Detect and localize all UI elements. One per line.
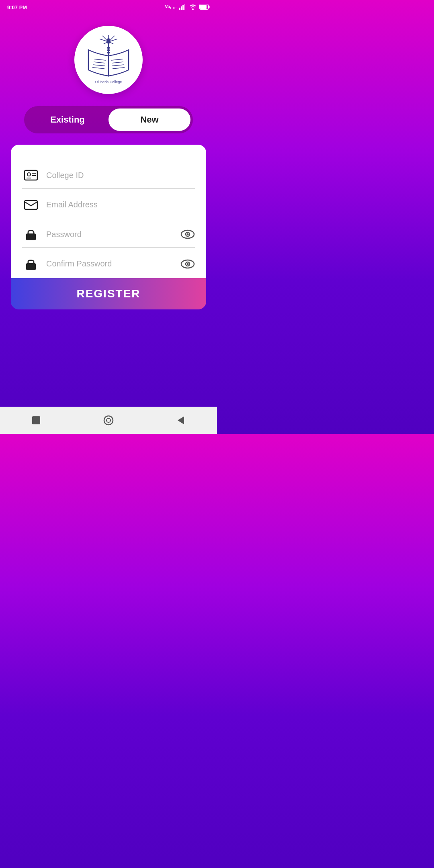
nav-back-button[interactable] bbox=[172, 411, 190, 429]
svg-rect-25 bbox=[107, 47, 110, 49]
svg-point-24 bbox=[106, 38, 111, 44]
new-tab[interactable]: New bbox=[108, 108, 190, 131]
password-toggle-icon[interactable] bbox=[180, 227, 195, 242]
svg-line-15 bbox=[113, 68, 125, 69]
register-button[interactable]: REGISTER bbox=[11, 278, 206, 309]
svg-rect-1 bbox=[181, 6, 182, 10]
svg-marker-46 bbox=[178, 416, 184, 424]
battery-icon bbox=[199, 4, 210, 10]
status-time: 9:07 PM bbox=[7, 4, 27, 10]
svg-line-14 bbox=[112, 65, 124, 66]
svg-line-9 bbox=[94, 62, 105, 63]
password-field-row bbox=[22, 218, 195, 247]
svg-rect-39 bbox=[26, 263, 36, 270]
signal-icon bbox=[179, 4, 186, 11]
wifi-icon bbox=[189, 4, 197, 11]
svg-rect-35 bbox=[26, 233, 36, 240]
form-card: REGISTER bbox=[11, 145, 206, 309]
svg-line-13 bbox=[112, 62, 123, 63]
nav-home-button[interactable] bbox=[100, 411, 117, 429]
svg-line-11 bbox=[92, 68, 104, 69]
svg-rect-2 bbox=[182, 5, 184, 10]
svg-rect-0 bbox=[179, 8, 180, 10]
nav-square-button[interactable] bbox=[27, 411, 45, 429]
svg-line-12 bbox=[111, 59, 123, 60]
svg-point-38 bbox=[187, 233, 189, 235]
college-logo: Uluberia College bbox=[80, 32, 137, 88]
email-input[interactable] bbox=[46, 200, 195, 209]
confirm-password-toggle-icon[interactable] bbox=[180, 257, 195, 271]
college-id-icon bbox=[22, 166, 40, 184]
svg-rect-27 bbox=[107, 52, 110, 53]
bottom-nav-bar bbox=[0, 407, 217, 434]
svg-rect-6 bbox=[209, 6, 210, 8]
tab-toggle: Existing New bbox=[24, 106, 193, 133]
svg-rect-26 bbox=[107, 49, 110, 51]
email-field-row bbox=[22, 189, 195, 218]
svg-point-44 bbox=[104, 416, 113, 425]
confirm-password-field-row bbox=[22, 248, 195, 277]
logo-circle: Uluberia College bbox=[74, 26, 143, 94]
college-id-input[interactable] bbox=[46, 171, 195, 180]
confirm-password-lock-icon bbox=[22, 255, 40, 273]
college-id-field-row bbox=[22, 159, 195, 188]
svg-rect-3 bbox=[184, 4, 185, 10]
confirm-password-input[interactable] bbox=[46, 259, 180, 268]
status-icons: VoLTE bbox=[165, 4, 210, 11]
svg-rect-5 bbox=[200, 5, 207, 9]
password-input[interactable] bbox=[46, 230, 180, 239]
svg-point-30 bbox=[27, 173, 31, 176]
svg-text:Uluberia    College: Uluberia College bbox=[95, 80, 122, 84]
svg-line-10 bbox=[93, 65, 105, 66]
svg-point-42 bbox=[187, 263, 189, 265]
email-icon bbox=[22, 196, 40, 214]
existing-tab[interactable]: Existing bbox=[27, 108, 108, 131]
svg-line-8 bbox=[94, 59, 106, 60]
password-lock-icon bbox=[22, 225, 40, 243]
volte-icon: VoLTE bbox=[165, 4, 177, 10]
svg-point-45 bbox=[106, 418, 111, 422]
svg-rect-34 bbox=[25, 201, 37, 209]
svg-rect-43 bbox=[32, 416, 40, 424]
logo-area: Uluberia College bbox=[74, 26, 143, 94]
status-bar: 9:07 PM VoLTE bbox=[0, 0, 217, 14]
